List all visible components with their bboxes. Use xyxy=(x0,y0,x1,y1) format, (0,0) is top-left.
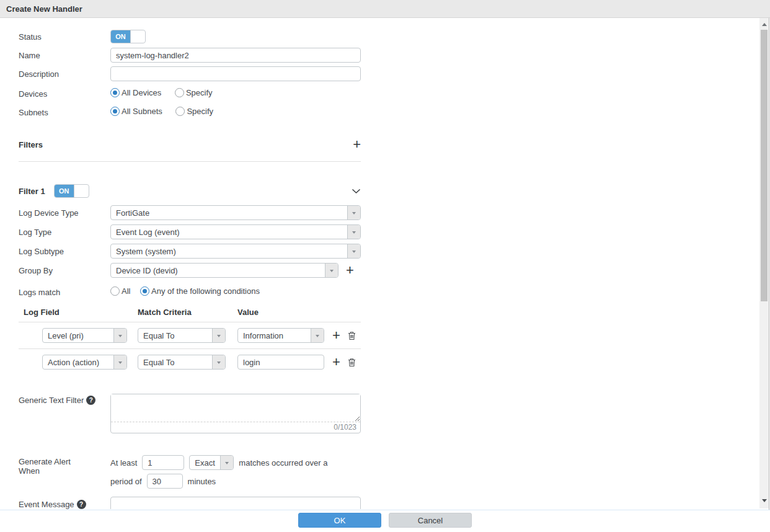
match-mode-select[interactable]: Exact xyxy=(189,455,234,470)
dialog-title: Create New Handler xyxy=(6,4,82,14)
name-label: Name xyxy=(19,51,110,60)
logs-match-label: Logs match xyxy=(19,288,110,297)
devices-all-radio[interactable]: All Devices xyxy=(110,88,161,97)
match-criteria-select[interactable]: Equal To xyxy=(138,355,226,370)
name-row: Name xyxy=(19,48,361,63)
subnets-all-radio[interactable]: All Subnets xyxy=(110,107,162,116)
log-type-select[interactable]: Event Log (event) xyxy=(110,224,361,239)
arrow-down-icon xyxy=(762,499,767,505)
cancel-button[interactable]: Cancel xyxy=(389,513,472,528)
add-filter-icon[interactable]: + xyxy=(353,139,361,150)
devices-specify-radio[interactable]: Specify xyxy=(175,88,213,97)
dialog-footer: OK Cancel xyxy=(0,510,770,532)
subnets-label: Subnets xyxy=(19,108,110,117)
name-input[interactable] xyxy=(110,48,361,63)
radio-selected-icon xyxy=(140,286,149,296)
match-criteria-select[interactable]: Equal To xyxy=(138,328,226,343)
match-count-input[interactable] xyxy=(142,455,184,470)
radio-unselected-icon xyxy=(175,107,185,116)
group-by-select[interactable]: Device ID (devid) xyxy=(110,263,339,278)
log-field-select[interactable]: Action (action) xyxy=(42,355,127,370)
log-device-type-select[interactable]: FortiGate xyxy=(110,205,361,220)
toggle-on-segment: ON xyxy=(55,185,74,197)
generic-text-filter-box: 0/1023 xyxy=(110,394,361,433)
generic-text-filter-label: Generic Text Filter ? xyxy=(19,394,110,405)
status-toggle[interactable]: ON xyxy=(110,30,146,43)
log-subtype-label: Log Subtype xyxy=(19,247,110,256)
minutes-text: minutes xyxy=(188,477,216,486)
filters-heading: Filters xyxy=(19,140,43,149)
status-label: Status xyxy=(19,32,110,42)
ok-button[interactable]: OK xyxy=(298,513,381,528)
devices-row: Devices All Devices Specify xyxy=(19,88,361,99)
subnets-row: Subnets All Subnets Specify xyxy=(19,107,361,118)
scroll-up-button[interactable] xyxy=(759,19,769,29)
log-device-type-row: Log Device Type FortiGate xyxy=(19,205,361,220)
matches-occurred-text: matches occurred over a xyxy=(239,458,327,468)
help-icon[interactable]: ? xyxy=(77,500,86,509)
help-icon[interactable]: ? xyxy=(86,396,95,405)
alert-line-1: At least Exact matches occurred over a xyxy=(110,455,327,470)
scrollbar-thumb[interactable] xyxy=(761,30,768,301)
log-type-label: Log Type xyxy=(19,228,110,237)
log-subtype-select[interactable]: System (system) xyxy=(110,244,361,259)
collapse-chevron-down-icon[interactable] xyxy=(352,188,361,194)
dropdown-arrow-icon xyxy=(347,206,360,219)
delete-condition-trash-icon[interactable] xyxy=(348,358,356,367)
at-least-text: At least xyxy=(110,458,137,468)
dropdown-arrow-icon xyxy=(212,355,225,369)
col-log-field: Log Field xyxy=(19,308,138,317)
dropdown-arrow-icon xyxy=(347,225,360,239)
scroll-down-button[interactable] xyxy=(759,496,769,506)
subnets-specify-radio[interactable]: Specify xyxy=(175,107,213,116)
status-row: Status ON xyxy=(19,30,361,43)
condition-row: Action (action) Equal To + xyxy=(19,349,361,375)
add-group-by-icon[interactable]: + xyxy=(346,265,354,276)
group-by-row: Group By Device ID (devid) + xyxy=(19,263,361,278)
description-label: Description xyxy=(19,69,110,79)
dropdown-arrow-icon xyxy=(311,329,324,342)
period-of-text: period of xyxy=(110,477,142,486)
dropdown-arrow-icon xyxy=(347,244,360,258)
log-field-select[interactable]: Level (pri) xyxy=(42,328,127,343)
char-counter: 0/1023 xyxy=(111,422,360,433)
dialog-titlebar: Create New Handler xyxy=(0,0,770,18)
generic-text-filter-textarea[interactable] xyxy=(111,394,360,422)
event-message-input[interactable] xyxy=(110,497,361,509)
conditions-table-header: Log Field Match Criteria Value xyxy=(19,308,361,317)
log-device-type-label: Log Device Type xyxy=(19,208,110,218)
dropdown-arrow-icon xyxy=(325,264,338,277)
col-match-criteria: Match Criteria xyxy=(138,308,237,317)
generate-alert-label: Generate Alert When xyxy=(19,455,110,476)
event-message-label: Event Message ? xyxy=(19,500,110,509)
logs-match-all-radio[interactable]: All xyxy=(110,286,130,296)
add-condition-icon[interactable]: + xyxy=(332,357,340,368)
vertical-scrollbar[interactable] xyxy=(759,18,769,508)
condition-row: Level (pri) Equal To Information + xyxy=(19,322,361,348)
generate-alert-row: Generate Alert When At least Exact match… xyxy=(19,455,361,489)
radio-selected-icon xyxy=(110,88,120,97)
filter1-toggle[interactable]: ON xyxy=(54,184,89,198)
event-message-row: Event Message ? xyxy=(19,497,361,509)
description-row: Description xyxy=(19,66,361,81)
radio-unselected-icon xyxy=(175,88,184,97)
toggle-on-segment: ON xyxy=(111,30,131,43)
section-divider xyxy=(19,161,361,162)
description-input[interactable] xyxy=(110,66,361,81)
add-condition-icon[interactable]: + xyxy=(332,330,340,341)
filters-section-head: Filters + xyxy=(19,139,361,150)
log-type-row: Log Type Event Log (event) xyxy=(19,224,361,239)
dropdown-arrow-icon xyxy=(220,456,233,469)
logs-match-any-radio[interactable]: Any of the following conditions xyxy=(140,286,260,296)
filter1-label: Filter 1 xyxy=(19,187,45,196)
delete-condition-trash-icon[interactable] xyxy=(348,331,356,340)
value-input[interactable] xyxy=(237,355,324,370)
col-value: Value xyxy=(237,308,361,317)
radio-unselected-icon xyxy=(110,286,120,296)
value-select[interactable]: Information xyxy=(237,328,324,343)
log-subtype-row: Log Subtype System (system) xyxy=(19,244,361,259)
generic-text-filter-row: Generic Text Filter ? 0/1023 xyxy=(19,394,361,433)
period-input[interactable] xyxy=(147,474,183,489)
dropdown-arrow-icon xyxy=(212,329,225,342)
dialog-content: Status ON Name Description Devices xyxy=(0,18,759,509)
